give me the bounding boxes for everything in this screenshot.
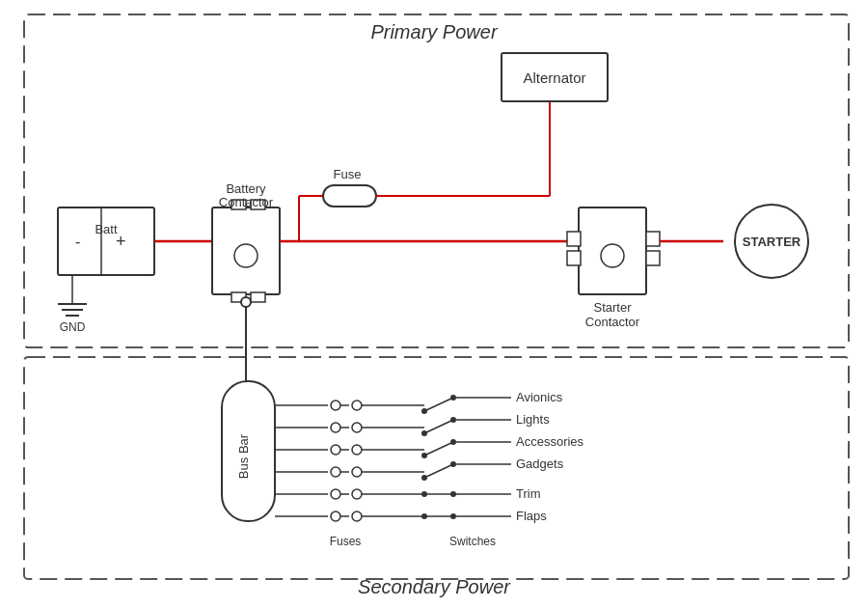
svg-point-88 [352,511,362,521]
lights-label: Lights [516,412,550,427]
svg-text:Contactor: Contactor [219,195,274,209]
accessories-label: Accessories [516,434,584,449]
svg-point-55 [421,430,427,436]
battery-label: Batt [95,222,118,236]
svg-point-47 [450,395,456,401]
svg-point-50 [331,423,340,432]
svg-point-41 [331,401,340,410]
svg-point-83 [450,491,456,497]
avionics-label: Avionics [516,390,563,404]
svg-rect-19 [323,185,376,207]
svg-point-68 [331,467,340,477]
svg-rect-11 [212,207,280,294]
svg-rect-32 [646,251,660,265]
svg-point-59 [331,445,340,455]
svg-point-92 [450,513,456,519]
svg-rect-1 [24,357,849,579]
svg-point-61 [352,445,362,455]
svg-line-45 [424,398,453,411]
alternator-label: Alternator [523,69,585,86]
starter-contactor-label: Starter [593,300,632,315]
gnd-label: GND [60,320,86,334]
svg-text:-: - [75,234,80,250]
trim-label: Trim [516,486,541,501]
svg-point-82 [421,491,427,497]
svg-point-91 [421,513,427,519]
svg-rect-16 [251,292,265,302]
svg-point-79 [352,489,362,499]
svg-rect-29 [567,232,581,246]
svg-rect-31 [646,232,660,246]
svg-point-65 [450,439,456,445]
fuse-label: Fuse [334,167,362,181]
flaps-label: Flaps [516,509,547,523]
svg-point-70 [352,467,362,477]
primary-power-label: Primary Power [370,21,498,42]
svg-point-77 [331,489,340,499]
svg-rect-30 [567,251,581,265]
svg-point-86 [331,511,340,521]
svg-point-52 [352,423,362,432]
svg-point-43 [352,401,362,410]
svg-point-37 [241,297,251,307]
svg-text:Contactor: Contactor [585,315,640,329]
battery-contactor-label: Battery [226,181,266,196]
diagram-container: Primary Power Secondary Power - + Batt G… [0,0,868,608]
svg-line-54 [424,420,453,433]
bus-bar-label: Bus Bar [236,433,251,479]
switches-label: Switches [449,535,496,548]
secondary-power-label: Secondary Power [358,576,511,597]
svg-point-64 [421,453,427,458]
gadgets-label: Gadgets [516,456,564,471]
svg-point-74 [450,461,456,467]
svg-point-73 [421,475,427,481]
svg-text:+: + [116,232,126,251]
svg-line-72 [424,464,453,478]
svg-line-63 [424,442,453,456]
svg-rect-2 [58,207,154,275]
svg-point-56 [450,417,456,423]
fuses-label: Fuses [330,535,362,548]
svg-point-46 [421,408,427,414]
svg-rect-27 [579,207,646,294]
starter-label: STARTER [743,235,801,249]
svg-rect-0 [24,14,849,347]
